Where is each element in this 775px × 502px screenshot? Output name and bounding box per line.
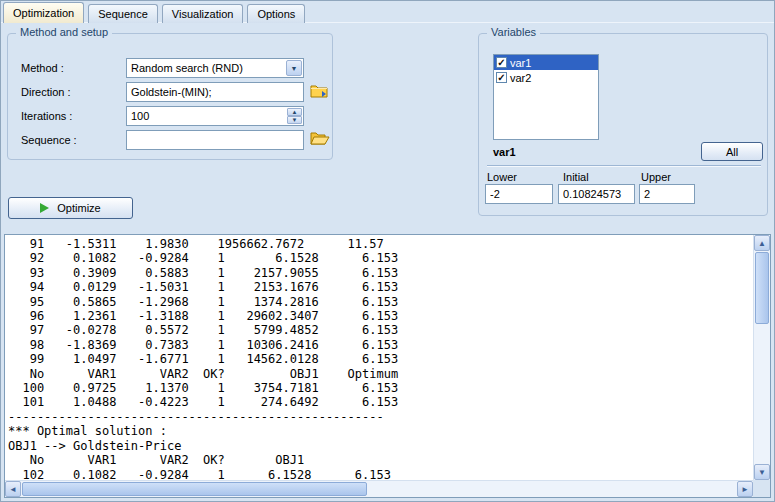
variable-item-label: var2 [510,72,531,84]
tab-optimization[interactable]: Optimization [3,2,84,23]
scroll-right-icon[interactable]: ► [737,481,753,497]
play-icon [40,203,49,213]
variables-listbox[interactable]: ✓var1✓var2 [493,54,599,140]
method-dropdown-value: Random search (RND) [131,62,283,74]
sequence-label: Sequence : [21,134,77,146]
variable-item-label: var1 [510,57,531,69]
optimize-button-label: Optimize [57,202,100,214]
vertical-scrollbar[interactable]: ▲ ▼ [753,235,770,480]
selected-variable-label: var1 [493,146,516,158]
console-text[interactable]: 91 -1.5311 1.9830 1956662.7672 11.57 92 … [8,237,752,479]
iterations-label: Iterations : [21,110,72,122]
method-setup-group: Method and setup Method : Random search … [7,33,333,160]
variables-title: Variables [487,26,540,38]
variable-item-var2[interactable]: ✓var2 [494,70,598,85]
tab-visualization[interactable]: Visualization [162,4,244,23]
spinner-down-icon[interactable]: ▼ [287,116,302,124]
lower-label: Lower [487,171,517,183]
initial-label: Initial [563,171,589,183]
scrollbar-corner [753,480,770,497]
iterations-spinner: ▲ ▼ [126,106,304,126]
method-label: Method : [21,62,64,74]
horizontal-scrollbar[interactable]: ◄ ► [5,480,753,497]
direction-label: Direction : [21,86,71,98]
checkbox-var2[interactable]: ✓ [496,72,507,83]
scroll-up-icon[interactable]: ▲ [754,235,770,251]
sequence-input[interactable] [126,130,304,150]
direction-input[interactable] [126,82,304,102]
tab-bar: Optimization Sequence Visualization Opti… [3,2,306,23]
separator [487,165,761,167]
output-console: 91 -1.5311 1.9830 1956662.7672 11.57 92 … [4,234,771,498]
scroll-down-icon[interactable]: ▼ [754,464,770,480]
vertical-scrollbar-thumb[interactable] [755,252,769,324]
open-folder-icon[interactable] [310,129,330,147]
horizontal-scrollbar-thumb[interactable] [22,482,367,496]
chevron-down-icon[interactable]: ▼ [286,60,302,76]
tab-options[interactable]: Options [247,4,305,23]
initial-input[interactable] [558,184,635,204]
spinner-up-icon[interactable]: ▲ [287,108,302,116]
upper-label: Upper [641,171,671,183]
upper-input[interactable] [639,184,695,204]
scroll-left-icon[interactable]: ◄ [5,481,21,497]
folder-browse-icon[interactable] [310,82,330,100]
method-setup-title: Method and setup [16,26,112,38]
optimize-button[interactable]: Optimize [8,197,133,219]
tab-sequence[interactable]: Sequence [88,4,158,23]
lower-input[interactable] [485,184,553,204]
all-button[interactable]: All [701,142,763,161]
iterations-input[interactable] [127,107,287,125]
method-dropdown[interactable]: Random search (RND) ▼ [126,58,304,78]
variable-item-var1[interactable]: ✓var1 [494,55,598,70]
checkbox-var1[interactable]: ✓ [496,57,507,68]
all-button-label: All [726,146,738,158]
variables-group: Variables ✓var1✓var2 var1 All Lower Init… [478,33,768,216]
